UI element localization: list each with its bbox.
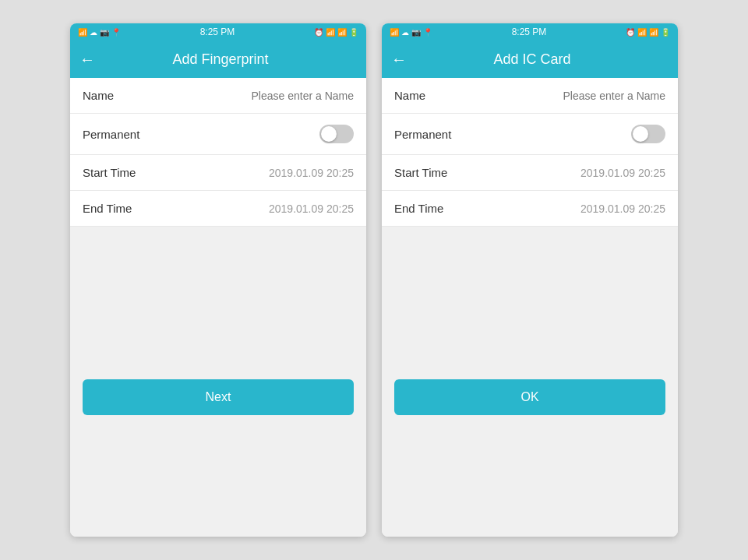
main-container: 📶 ☁ 📷 📍 8:25 PM ⏰ 📶 📶 🔋 ← Add Fingerprin… <box>55 8 693 552</box>
permanent-toggle-2[interactable] <box>631 125 665 143</box>
time-2: 8:25 PM <box>512 26 547 37</box>
cloud-icon-1: ☁ <box>90 28 97 37</box>
wifi-icon-2: 📶 <box>649 28 658 37</box>
button-area-2: OK <box>382 367 678 428</box>
end-time-value-1: 2019.01.09 20:25 <box>153 203 354 215</box>
start-time-value-2: 2019.01.09 20:25 <box>464 167 665 179</box>
start-time-row-1[interactable]: Start Time 2019.01.09 20:25 <box>70 155 366 191</box>
status-right-1: ⏰ 📶 📶 🔋 <box>314 28 358 37</box>
status-bar-1: 📶 ☁ 📷 📍 8:25 PM ⏰ 📶 📶 🔋 <box>70 23 366 41</box>
back-button-1[interactable]: ← <box>79 51 95 69</box>
location-icon-2: 📍 <box>423 28 432 37</box>
status-left-1: 📶 ☁ 📷 📍 <box>78 28 121 37</box>
start-time-label-1: Start Time <box>83 166 153 179</box>
button-area-1: Next <box>70 367 366 428</box>
ok-button[interactable]: OK <box>394 379 665 415</box>
name-input-2[interactable] <box>464 90 665 102</box>
toggle-knob-1 <box>321 126 337 142</box>
alarm-icon-1: ⏰ <box>314 28 323 37</box>
nav-bar-2: ← Add IC Card <box>382 41 678 78</box>
name-label-1: Name <box>83 89 153 102</box>
battery-icon-2: 🔋 <box>661 28 670 37</box>
content-1: Name Permanent Start Time 2019.01.09 20:… <box>70 78 366 227</box>
permanent-row-1: Permanent <box>70 114 366 155</box>
battery-icon-1: 🔋 <box>349 28 358 37</box>
back-button-2[interactable]: ← <box>391 51 407 69</box>
location-icon-1: 📍 <box>111 28 121 37</box>
bottom-spacer-1 <box>70 428 366 537</box>
name-label-2: Name <box>394 89 464 102</box>
start-time-row-2[interactable]: Start Time 2019.01.09 20:25 <box>382 155 678 191</box>
next-button[interactable]: Next <box>83 379 354 415</box>
cloud-icon-2: ☁ <box>401 28 409 37</box>
end-time-label-2: End Time <box>394 202 464 215</box>
end-time-label-1: End Time <box>83 202 153 215</box>
content-2: Name Permanent Start Time 2019.01.09 20:… <box>382 78 678 227</box>
phone-ic-card: 📶 ☁ 📷 📍 8:25 PM ⏰ 📶 📶 🔋 ← Add IC Card Na… <box>382 23 678 537</box>
camera-icon-1: 📷 <box>100 28 109 37</box>
nav-bar-1: ← Add Fingerprint <box>70 41 366 78</box>
status-left-2: 📶 ☁ 📷 📍 <box>390 28 432 37</box>
end-time-value-2: 2019.01.09 20:25 <box>464 203 665 215</box>
end-time-row-1[interactable]: End Time 2019.01.09 20:25 <box>70 191 366 227</box>
name-input-1[interactable] <box>153 90 354 102</box>
permanent-label-1: Permanent <box>83 128 153 141</box>
content-spacer-2 <box>382 227 678 367</box>
name-row-2: Name <box>382 78 678 114</box>
content-spacer-1 <box>70 227 366 367</box>
wifi-icon-1: 📶 <box>337 28 347 37</box>
toggle-knob-2 <box>633 126 648 142</box>
permanent-label-2: Permanent <box>394 128 464 141</box>
start-time-label-2: Start Time <box>394 166 464 179</box>
page-title-2: Add IC Card <box>415 51 650 68</box>
signal-icon-2: 📶 <box>637 28 647 37</box>
alarm-icon-2: ⏰ <box>626 28 635 37</box>
signal-icon-1: 📶 <box>326 28 335 37</box>
end-time-row-2[interactable]: End Time 2019.01.09 20:25 <box>382 191 678 227</box>
time-1: 8:25 PM <box>200 26 235 37</box>
status-bar-2: 📶 ☁ 📷 📍 8:25 PM ⏰ 📶 📶 🔋 <box>382 23 678 41</box>
status-right-2: ⏰ 📶 📶 🔋 <box>626 28 670 37</box>
bottom-spacer-2 <box>382 428 678 537</box>
start-time-value-1: 2019.01.09 20:25 <box>153 167 354 179</box>
name-row-1: Name <box>70 78 366 114</box>
permanent-toggle-1[interactable] <box>319 125 354 143</box>
camera-icon-2: 📷 <box>411 28 421 37</box>
page-title-1: Add Fingerprint <box>103 51 338 68</box>
sim-icon-1: 📶 <box>78 28 87 37</box>
permanent-row-2: Permanent <box>382 114 678 155</box>
sim-icon-2: 📶 <box>390 28 399 37</box>
phone-fingerprint: 📶 ☁ 📷 📍 8:25 PM ⏰ 📶 📶 🔋 ← Add Fingerprin… <box>70 23 366 537</box>
